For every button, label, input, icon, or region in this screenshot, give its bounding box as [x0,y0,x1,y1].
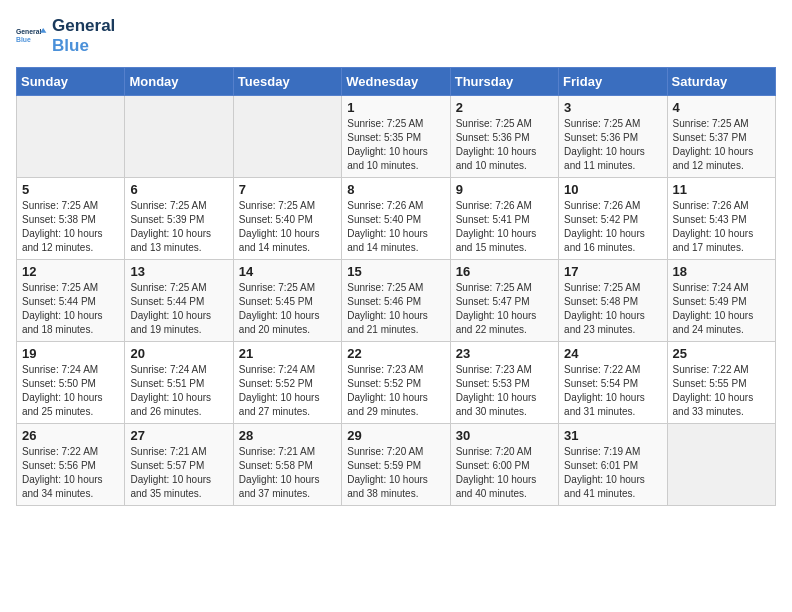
day-number: 30 [456,428,553,443]
week-row-2: 5Sunrise: 7:25 AMSunset: 5:38 PMDaylight… [17,178,776,260]
header-cell-saturday: Saturday [667,68,775,96]
day-cell [233,96,341,178]
day-cell: 20Sunrise: 7:24 AMSunset: 5:51 PMDayligh… [125,342,233,424]
day-info: Sunrise: 7:25 AMSunset: 5:40 PMDaylight:… [239,199,336,255]
day-number: 14 [239,264,336,279]
calendar-table: SundayMondayTuesdayWednesdayThursdayFrid… [16,67,776,506]
day-info: Sunrise: 7:25 AMSunset: 5:47 PMDaylight:… [456,281,553,337]
day-number: 2 [456,100,553,115]
day-info: Sunrise: 7:25 AMSunset: 5:48 PMDaylight:… [564,281,661,337]
day-info: Sunrise: 7:21 AMSunset: 5:58 PMDaylight:… [239,445,336,501]
day-number: 7 [239,182,336,197]
svg-text:General: General [16,28,41,35]
day-number: 31 [564,428,661,443]
day-number: 26 [22,428,119,443]
day-number: 1 [347,100,444,115]
day-cell: 28Sunrise: 7:21 AMSunset: 5:58 PMDayligh… [233,424,341,506]
day-cell: 8Sunrise: 7:26 AMSunset: 5:40 PMDaylight… [342,178,450,260]
week-row-1: 1Sunrise: 7:25 AMSunset: 5:35 PMDaylight… [17,96,776,178]
day-info: Sunrise: 7:25 AMSunset: 5:46 PMDaylight:… [347,281,444,337]
day-cell: 16Sunrise: 7:25 AMSunset: 5:47 PMDayligh… [450,260,558,342]
header-cell-sunday: Sunday [17,68,125,96]
day-info: Sunrise: 7:21 AMSunset: 5:57 PMDaylight:… [130,445,227,501]
day-number: 17 [564,264,661,279]
day-info: Sunrise: 7:19 AMSunset: 6:01 PMDaylight:… [564,445,661,501]
page-header: General Blue General Blue [16,16,776,55]
day-info: Sunrise: 7:26 AMSunset: 5:40 PMDaylight:… [347,199,444,255]
day-info: Sunrise: 7:25 AMSunset: 5:39 PMDaylight:… [130,199,227,255]
day-info: Sunrise: 7:26 AMSunset: 5:43 PMDaylight:… [673,199,770,255]
day-number: 5 [22,182,119,197]
day-cell: 3Sunrise: 7:25 AMSunset: 5:36 PMDaylight… [559,96,667,178]
day-cell: 18Sunrise: 7:24 AMSunset: 5:49 PMDayligh… [667,260,775,342]
day-number: 29 [347,428,444,443]
day-cell: 22Sunrise: 7:23 AMSunset: 5:52 PMDayligh… [342,342,450,424]
day-cell: 24Sunrise: 7:22 AMSunset: 5:54 PMDayligh… [559,342,667,424]
day-cell: 17Sunrise: 7:25 AMSunset: 5:48 PMDayligh… [559,260,667,342]
day-info: Sunrise: 7:25 AMSunset: 5:38 PMDaylight:… [22,199,119,255]
day-cell: 11Sunrise: 7:26 AMSunset: 5:43 PMDayligh… [667,178,775,260]
header-row: SundayMondayTuesdayWednesdayThursdayFrid… [17,68,776,96]
day-number: 25 [673,346,770,361]
day-cell: 1Sunrise: 7:25 AMSunset: 5:35 PMDaylight… [342,96,450,178]
day-cell: 13Sunrise: 7:25 AMSunset: 5:44 PMDayligh… [125,260,233,342]
week-row-4: 19Sunrise: 7:24 AMSunset: 5:50 PMDayligh… [17,342,776,424]
day-number: 23 [456,346,553,361]
day-info: Sunrise: 7:23 AMSunset: 5:52 PMDaylight:… [347,363,444,419]
day-number: 13 [130,264,227,279]
day-number: 22 [347,346,444,361]
day-info: Sunrise: 7:22 AMSunset: 5:54 PMDaylight:… [564,363,661,419]
svg-text:Blue: Blue [16,35,31,42]
day-number: 18 [673,264,770,279]
day-number: 24 [564,346,661,361]
day-info: Sunrise: 7:22 AMSunset: 5:55 PMDaylight:… [673,363,770,419]
day-info: Sunrise: 7:26 AMSunset: 5:41 PMDaylight:… [456,199,553,255]
day-info: Sunrise: 7:23 AMSunset: 5:53 PMDaylight:… [456,363,553,419]
day-cell: 10Sunrise: 7:26 AMSunset: 5:42 PMDayligh… [559,178,667,260]
day-number: 9 [456,182,553,197]
day-cell: 21Sunrise: 7:24 AMSunset: 5:52 PMDayligh… [233,342,341,424]
week-row-3: 12Sunrise: 7:25 AMSunset: 5:44 PMDayligh… [17,260,776,342]
day-cell: 5Sunrise: 7:25 AMSunset: 5:38 PMDaylight… [17,178,125,260]
day-cell [125,96,233,178]
day-number: 20 [130,346,227,361]
day-info: Sunrise: 7:25 AMSunset: 5:35 PMDaylight:… [347,117,444,173]
day-info: Sunrise: 7:25 AMSunset: 5:44 PMDaylight:… [130,281,227,337]
day-info: Sunrise: 7:20 AMSunset: 5:59 PMDaylight:… [347,445,444,501]
day-cell: 29Sunrise: 7:20 AMSunset: 5:59 PMDayligh… [342,424,450,506]
day-cell: 2Sunrise: 7:25 AMSunset: 5:36 PMDaylight… [450,96,558,178]
day-number: 16 [456,264,553,279]
day-number: 15 [347,264,444,279]
day-number: 19 [22,346,119,361]
day-info: Sunrise: 7:24 AMSunset: 5:50 PMDaylight:… [22,363,119,419]
header-cell-friday: Friday [559,68,667,96]
day-info: Sunrise: 7:26 AMSunset: 5:42 PMDaylight:… [564,199,661,255]
day-number: 12 [22,264,119,279]
day-info: Sunrise: 7:25 AMSunset: 5:45 PMDaylight:… [239,281,336,337]
day-info: Sunrise: 7:25 AMSunset: 5:36 PMDaylight:… [456,117,553,173]
day-cell: 27Sunrise: 7:21 AMSunset: 5:57 PMDayligh… [125,424,233,506]
day-cell [667,424,775,506]
day-number: 21 [239,346,336,361]
header-cell-tuesday: Tuesday [233,68,341,96]
day-info: Sunrise: 7:25 AMSunset: 5:37 PMDaylight:… [673,117,770,173]
day-info: Sunrise: 7:22 AMSunset: 5:56 PMDaylight:… [22,445,119,501]
day-info: Sunrise: 7:24 AMSunset: 5:51 PMDaylight:… [130,363,227,419]
day-number: 8 [347,182,444,197]
logo-icon: General Blue [16,18,48,54]
day-info: Sunrise: 7:25 AMSunset: 5:36 PMDaylight:… [564,117,661,173]
day-cell: 23Sunrise: 7:23 AMSunset: 5:53 PMDayligh… [450,342,558,424]
day-info: Sunrise: 7:24 AMSunset: 5:49 PMDaylight:… [673,281,770,337]
day-cell: 4Sunrise: 7:25 AMSunset: 5:37 PMDaylight… [667,96,775,178]
day-number: 11 [673,182,770,197]
header-cell-monday: Monday [125,68,233,96]
day-number: 4 [673,100,770,115]
day-cell: 7Sunrise: 7:25 AMSunset: 5:40 PMDaylight… [233,178,341,260]
day-cell: 19Sunrise: 7:24 AMSunset: 5:50 PMDayligh… [17,342,125,424]
day-cell: 26Sunrise: 7:22 AMSunset: 5:56 PMDayligh… [17,424,125,506]
logo: General Blue General Blue [16,16,115,55]
day-cell: 31Sunrise: 7:19 AMSunset: 6:01 PMDayligh… [559,424,667,506]
day-cell: 9Sunrise: 7:26 AMSunset: 5:41 PMDaylight… [450,178,558,260]
day-number: 27 [130,428,227,443]
day-info: Sunrise: 7:24 AMSunset: 5:52 PMDaylight:… [239,363,336,419]
